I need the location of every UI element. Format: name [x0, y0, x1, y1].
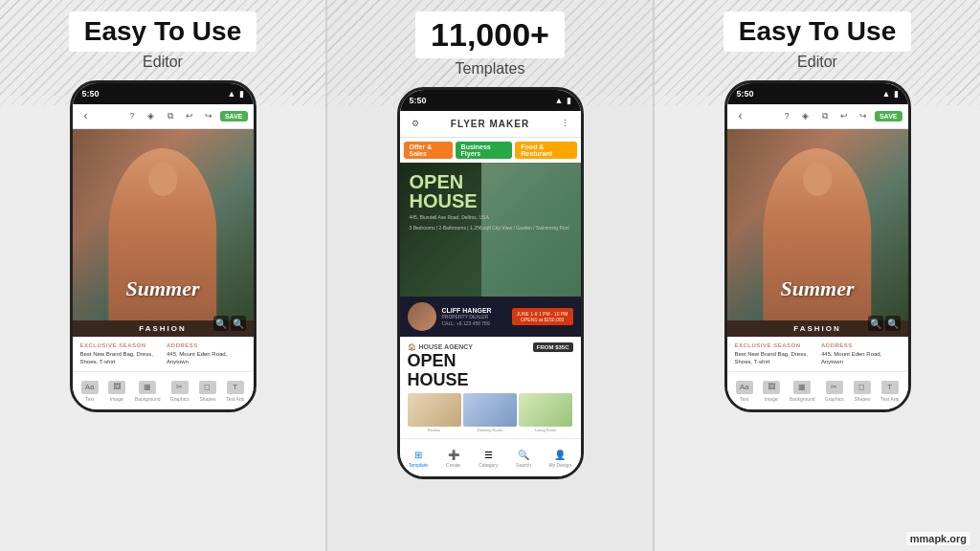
create-icon: ➕ [446, 448, 461, 461]
right-shapes-icon: ◻ [854, 381, 871, 394]
right-undo-icon[interactable]: ↩ [836, 108, 852, 123]
right-copy-icon[interactable]: ⧉ [817, 108, 833, 123]
house-thumb-living [519, 393, 572, 427]
agent-role: PROPERTY DEALER [442, 314, 506, 320]
shapes-label: Shapes [199, 396, 215, 402]
center-phone: 5:50 ▲ ▮ ⚙ FLYER MAKER ⋮ Offer & Sales B… [397, 87, 584, 480]
right-text-arts-label: Text Arts [880, 396, 899, 402]
left-address-title: ADDRESS [167, 342, 246, 348]
left-panel-subtitle: Editor [143, 54, 183, 71]
center-flyer-toolbar: ⚙ FLYER MAKER ⋮ [400, 111, 581, 138]
tool-background[interactable]: ▦ Background [135, 381, 161, 402]
left-fashion-bottom: EXCLUSIVE SEASON Best New Brand Bag, Dre… [73, 337, 254, 372]
center-bottom-nav: ⊞ Template ➕ Create ☰ Category 🔍 Search … [400, 438, 581, 476]
right-tool-graphics[interactable]: ✂ Graphics [825, 381, 844, 402]
house-thumb-drawing [463, 393, 517, 427]
right-background-label: Background [790, 396, 815, 402]
zoom-in-button[interactable]: 🔍 [231, 316, 246, 331]
left-address-text: 445, Mount Eden Road, Anytown [167, 350, 246, 366]
nav-create[interactable]: ➕ Create [446, 448, 461, 468]
right-image-label: Image [765, 396, 778, 402]
right-summer-text: Summer [727, 276, 908, 301]
center-phone-time: 5:50 [410, 96, 427, 105]
house-agency: 🏠 HOUSE AGENCY [408, 343, 474, 351]
left-exclusive-col: EXCLUSIVE SEASON Best New Brand Bag, Dre… [80, 342, 160, 366]
right-battery-icon: ▮ [894, 89, 899, 99]
tag-food[interactable]: Food & Resturant [515, 142, 576, 159]
agent-card: CLIFF HANGER PROPERTY DEALER CALL: +6 12… [400, 297, 581, 337]
right-help-icon[interactable]: ? [779, 108, 794, 123]
right-phone-time: 5:50 [737, 89, 754, 99]
right-person-head [803, 163, 832, 196]
right-layers-icon[interactable]: ◈ [798, 108, 813, 123]
living-label: Living Room [519, 428, 572, 432]
tool-shapes[interactable]: ◻ Shapes [199, 381, 216, 402]
right-tool-shapes[interactable]: ◻ Shapes [854, 381, 871, 402]
zoom-out-button[interactable]: 🔍 [213, 316, 229, 331]
nav-search[interactable]: 🔍 Search [516, 448, 531, 468]
flyer-tags: Offer & Sales Business Flyers Food & Res… [400, 138, 581, 163]
right-phone-status-bar: 5:50 ▲ ▮ [727, 83, 908, 104]
center-battery-icon: ▮ [567, 96, 571, 105]
right-zoom-out-button[interactable]: 🔍 [868, 316, 883, 331]
tool-image[interactable]: 🖼 Image [108, 381, 125, 402]
left-fashion-poster: Summer FASHION EXCLUSIVE SEASON Best New… [73, 129, 254, 372]
right-panel: Easy To Use Editor 5:50 ▲ ▮ ‹ ? ◈ ⧉ ↩ ↪ … [655, 0, 980, 551]
copy-icon[interactable]: ⧉ [163, 108, 178, 123]
center-panel-subtitle: Templates [456, 60, 525, 77]
tag-business[interactable]: Business Flyers [456, 142, 513, 159]
nav-category[interactable]: ☰ Category [479, 448, 498, 468]
nav-mydesign[interactable]: 👤 My Design [549, 448, 572, 468]
flyer-menu-icon[interactable]: ⋮ [558, 116, 573, 131]
layers-icon[interactable]: ◈ [144, 108, 159, 123]
left-phone-time: 5:50 [82, 89, 100, 99]
right-graphics-label: Graphics [825, 396, 844, 402]
right-fashion-image: Summer [727, 129, 908, 320]
wifi-icon: ▲ [228, 89, 236, 99]
background-icon: ▦ [139, 381, 156, 394]
right-toolbar-left: ‹ [733, 108, 748, 123]
agent-info: CLIFF HANGER PROPERTY DEALER CALL: +6 12… [442, 307, 506, 326]
right-panel-title: Easy To Use [724, 11, 911, 52]
left-address-col: ADDRESS 445, Mount Eden Road, Anytown [167, 342, 246, 366]
tag-offers[interactable]: Offer & Sales [404, 142, 453, 159]
undo-icon[interactable]: ↩ [182, 108, 197, 123]
nav-template[interactable]: ⊞ Template [409, 448, 428, 468]
agent-photo [408, 302, 436, 331]
right-zoom-in-button[interactable]: 🔍 [885, 316, 901, 331]
redo-icon[interactable]: ↪ [201, 108, 216, 123]
mydesign-icon: 👤 [552, 448, 568, 461]
left-bottom-toolbar: Aa Text 🖼 Image ▦ Background ✂ Graphics … [73, 371, 254, 409]
right-back-icon[interactable]: ‹ [733, 108, 748, 123]
right-tool-text-arts[interactable]: T Text Arts [880, 381, 899, 402]
tool-graphics[interactable]: ✂ Graphics [170, 381, 189, 402]
settings-icon[interactable]: ⚙ [408, 116, 423, 131]
open-house-title2: OPENHOUSE [408, 352, 573, 390]
event-date: JUNE 1-9 1 PM - 10 PM [517, 311, 568, 317]
right-tool-text[interactable]: Aa Text [736, 381, 753, 402]
shapes-icon: ◻ [199, 381, 216, 394]
text-arts-icon: T [227, 381, 244, 394]
create-label: Create [446, 462, 460, 468]
back-icon[interactable]: ‹ [78, 108, 94, 123]
center-wifi-icon: ▲ [555, 96, 564, 105]
tool-text[interactable]: Aa Text [81, 381, 99, 402]
flyer-content: OPENHOUSE 445, Blundell Ave Road, Dellro… [400, 163, 581, 439]
right-tool-background[interactable]: ▦ Background [790, 381, 815, 402]
search-icon: 🔍 [516, 448, 531, 461]
text-label: Text [85, 396, 94, 402]
right-save-button[interactable]: SAVE [875, 111, 902, 121]
right-redo-icon[interactable]: ↪ [856, 108, 871, 123]
left-toolbar-left: ‹ [78, 108, 94, 123]
left-exclusive-text: Best New Brand Bag, Dress, Shoes, T-shir… [80, 350, 160, 366]
right-toolbar-right: ? ◈ ⧉ ↩ ↪ SAVE [779, 108, 902, 123]
help-icon[interactable]: ? [124, 108, 140, 123]
background-label: Background [135, 396, 161, 402]
left-zoom-controls: 🔍 🔍 [213, 316, 246, 331]
save-button[interactable]: SAVE [220, 111, 248, 121]
right-tool-image[interactable]: 🖼 Image [763, 381, 780, 402]
right-text-arts-icon: T [881, 381, 899, 394]
person-head [148, 163, 177, 196]
tool-text-arts[interactable]: T Text Arts [226, 381, 244, 402]
right-address-text: 445, Mount Eden Road, Anytown [821, 350, 901, 366]
